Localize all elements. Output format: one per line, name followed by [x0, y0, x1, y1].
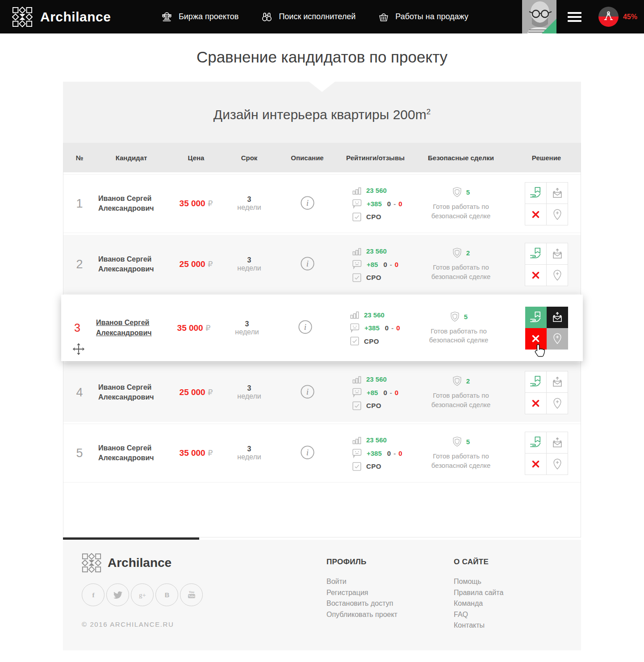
- bar-chart-icon: [352, 186, 362, 196]
- term-value: 3: [225, 445, 273, 453]
- reject-button[interactable]: [525, 393, 547, 414]
- twitter-icon[interactable]: [106, 583, 129, 606]
- column-header-desc: Описание: [273, 154, 341, 162]
- term-unit: недели: [237, 453, 261, 461]
- footer-link-login[interactable]: Войти: [326, 576, 397, 587]
- info-icon[interactable]: i: [300, 445, 315, 462]
- footer-link-publish-project[interactable]: Опубликовать проект: [326, 609, 397, 620]
- rating-separator: -: [390, 261, 392, 268]
- basket-icon: [378, 11, 389, 23]
- footer-link-faq[interactable]: FAQ: [454, 609, 503, 620]
- rating-neutral: 0: [387, 200, 391, 208]
- candidate-row: 5 Иванов Сергей Александрович 35 000 ₽ 3…: [63, 424, 581, 483]
- profile-progress-gauge[interactable]: [598, 7, 619, 27]
- bar-chart-icon: [352, 435, 362, 445]
- nav-item-projects-exchange[interactable]: Биржа проектов: [161, 11, 238, 23]
- add-location-button[interactable]: [547, 454, 568, 475]
- project-title-text: Дизайн интерьера квартиры 200m: [213, 107, 427, 122]
- svg-text:i: i: [306, 258, 308, 268]
- add-location-button[interactable]: [547, 393, 568, 414]
- decision-cell: [512, 243, 581, 286]
- candidate-name-cell: Иванов Сергей Александрович: [93, 318, 165, 338]
- send-message-button[interactable]: [547, 243, 568, 265]
- candidate-name-cell: Иванов Сергей Александрович: [96, 443, 167, 463]
- shield-icon: [452, 247, 462, 258]
- term-cell: 3 недели: [225, 196, 273, 212]
- hire-button[interactable]: [525, 243, 547, 265]
- decision-cell: [510, 307, 583, 350]
- rating-negative: 0: [398, 200, 402, 208]
- description-cell: i: [273, 196, 341, 212]
- hire-button[interactable]: [525, 432, 547, 454]
- candidate-name-cell: Иванов Сергей Александрович: [96, 383, 167, 403]
- info-icon[interactable]: i: [300, 384, 315, 401]
- send-message-button[interactable]: [547, 307, 568, 328]
- add-location-button[interactable]: [547, 265, 568, 286]
- footer-link-help[interactable]: Помощь: [454, 576, 503, 587]
- youtube-icon[interactable]: You Tube: [180, 583, 203, 606]
- footer-link-team[interactable]: Команда: [454, 598, 503, 609]
- send-message-button[interactable]: [547, 183, 568, 204]
- svg-text:Tube: Tube: [188, 595, 195, 598]
- nav-item-works-for-sale[interactable]: Работы на продажу: [378, 11, 468, 23]
- candidate-name[interactable]: Иванов Сергей Александрович: [96, 319, 152, 336]
- candidate-row: 1 Иванов Сергей Александрович 35 000 ₽ 3…: [63, 174, 581, 233]
- footer-link-rules[interactable]: Правила сайта: [454, 587, 503, 599]
- hire-button[interactable]: [525, 307, 547, 328]
- facebook-icon[interactable]: f: [82, 583, 105, 606]
- row-number: 4: [76, 386, 83, 399]
- safe-deals-text: Готов работать по безопасной сделке: [407, 327, 510, 345]
- send-message-button[interactable]: [547, 371, 568, 393]
- send-message-button[interactable]: [547, 432, 568, 454]
- candidate-name[interactable]: Иванов Сергей Александрович: [98, 255, 154, 273]
- ruble-sign: ₽: [205, 323, 210, 333]
- safe-deals-count: 2: [466, 377, 470, 385]
- term-value: 3: [225, 384, 273, 392]
- row-number-cell: 2: [63, 258, 96, 271]
- footer: Archilance f g+ B You Tube ©: [63, 540, 581, 650]
- hire-button[interactable]: [525, 371, 547, 393]
- candidate-name[interactable]: Иванов Сергей Александрович: [98, 195, 154, 212]
- footer-column-title: О САЙТЕ: [454, 558, 503, 566]
- brand[interactable]: Archilance: [12, 7, 111, 27]
- footer-brand[interactable]: Archilance: [82, 553, 203, 573]
- safe-deals-text: Готов работать по безопасной сделке: [410, 202, 512, 221]
- add-location-button[interactable]: [547, 204, 568, 225]
- candidate-name[interactable]: Иванов Сергей Александрович: [98, 383, 154, 401]
- reject-button[interactable]: [525, 204, 547, 225]
- info-icon[interactable]: i: [300, 196, 315, 212]
- candidate-row: 4 Иванов Сергей Александрович 25 000 ₽ 3…: [63, 363, 581, 422]
- reject-button[interactable]: [525, 265, 547, 286]
- svg-text:i: i: [306, 387, 308, 396]
- safe-deals-text-line2: безопасной сделке: [410, 461, 512, 470]
- reject-button[interactable]: [525, 454, 547, 475]
- column-header-decision: Решение: [512, 154, 581, 162]
- candidate-name[interactable]: Иванов Сергей Александрович: [98, 444, 154, 462]
- google-plus-icon[interactable]: g+: [131, 583, 154, 606]
- footer-link-restore-access[interactable]: Востановить доступ: [326, 598, 397, 609]
- info-icon[interactable]: i: [300, 256, 315, 273]
- add-location-button[interactable]: [547, 328, 568, 350]
- decision-cell: [512, 371, 581, 414]
- avatar[interactable]: [522, 0, 556, 33]
- hire-button[interactable]: [525, 183, 547, 204]
- footer-link-register[interactable]: Регистрация: [326, 587, 397, 599]
- shield-icon: [452, 375, 462, 387]
- term-unit: недели: [237, 392, 261, 400]
- price-cell: 35 000 ₽: [165, 323, 223, 333]
- column-header-term: Срок: [225, 154, 273, 162]
- footer-link-contacts[interactable]: Контакты: [454, 620, 503, 631]
- reviews-line: +85 0 - 0: [341, 259, 410, 270]
- reviews-line: +385 0 - 0: [341, 199, 410, 209]
- rating-cell: 23 560 +385 0 - 0 С: [339, 307, 407, 349]
- safe-deals-count: 5: [464, 313, 468, 321]
- rating-separator: -: [390, 389, 392, 396]
- info-icon[interactable]: i: [298, 320, 313, 336]
- term-unit: недели: [237, 264, 261, 272]
- safe-deals-count: 2: [466, 249, 470, 257]
- vk-icon[interactable]: B: [155, 583, 178, 606]
- main-nav: Биржа проектов Поиск исполнителей Работы…: [161, 11, 468, 23]
- nav-item-find-performers[interactable]: Поиск исполнителей: [261, 11, 355, 23]
- menu-icon[interactable]: [568, 10, 581, 24]
- drag-handle-icon[interactable]: [72, 343, 85, 355]
